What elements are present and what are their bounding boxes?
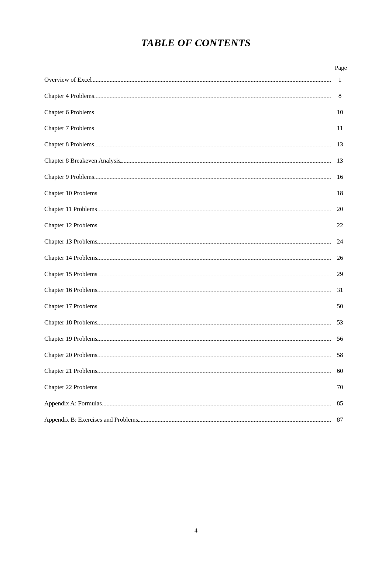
toc-leader-dots: [97, 384, 331, 389]
toc-entry-label: Overview of Excel: [44, 75, 92, 84]
toc-entry: Chapter 18 Problems53: [44, 318, 348, 327]
toc-entry-page: 8: [332, 92, 348, 101]
toc-leader-dots: [94, 108, 331, 114]
toc-entry-page: 10: [332, 108, 348, 117]
toc-entry: Chapter 21 Problems60: [44, 367, 348, 375]
toc-leader-dots: [97, 351, 331, 357]
toc-entry-page: 16: [332, 173, 348, 181]
toc-entry-page: 20: [332, 205, 348, 214]
toc-entry-page: 60: [332, 367, 348, 375]
toc-entry-label: Chapter 14 Problems: [44, 254, 97, 262]
toc-entry-page: 56: [332, 334, 348, 343]
toc-entry-label: Chapter 12 Problems: [44, 221, 97, 230]
toc-entry-label: Chapter 22 Problems: [44, 383, 97, 392]
toc-leader-dots: [94, 141, 331, 146]
toc-entry-page: 58: [332, 351, 348, 360]
toc-entry-page: 70: [332, 383, 348, 392]
toc-leader-dots: [97, 222, 331, 227]
toc-leader-dots: [97, 367, 331, 373]
toc-entry-label: Chapter 4 Problems: [44, 92, 94, 101]
toc-entry-label: Chapter 18 Problems: [44, 318, 97, 327]
toc-leader-dots: [97, 303, 331, 308]
toc-entry: Overview of Excel1: [44, 75, 348, 84]
toc-entry-label: Appendix A: Formulas: [44, 399, 102, 408]
toc-entry-label: Chapter 15 Problems: [44, 270, 97, 279]
document-page: TABLE OF CONTENTS Page Overview of Excel…: [0, 0, 392, 454]
toc-entry-page: 31: [332, 286, 348, 295]
toc-entry-label: Chapter 8 Problems: [44, 140, 94, 149]
toc-entry-label: Chapter 8 Breakeven Analysis: [44, 156, 120, 165]
toc-entry-page: 87: [332, 415, 348, 424]
toc-entry: Appendix B: Exercises and Problems87: [44, 415, 348, 424]
toc-entry: Chapter 17 Problems50: [44, 302, 348, 311]
toc-entry: Chapter 11 Problems20: [44, 205, 348, 214]
toc-entry: Chapter 6 Problems10: [44, 108, 348, 117]
toc-entry: Chapter 14 Problems26: [44, 254, 348, 262]
toc-list: Overview of Excel1Chapter 4 Problems8Cha…: [44, 75, 348, 424]
toc-entry-label: Chapter 17 Problems: [44, 302, 97, 311]
toc-entry: Chapter 4 Problems8: [44, 92, 348, 101]
toc-entry: Chapter 7 Problems11: [44, 124, 348, 133]
toc-entry: Chapter 8 Problems13: [44, 140, 348, 149]
toc-entry: Chapter 12 Problems22: [44, 221, 348, 230]
toc-entry-label: Chapter 6 Problems: [44, 108, 94, 117]
toc-entry: Chapter 19 Problems56: [44, 334, 348, 343]
toc-entry-label: Chapter 10 Problems: [44, 189, 97, 198]
page-title: TABLE OF CONTENTS: [44, 37, 348, 49]
footer-page-number: 4: [0, 527, 392, 534]
toc-leader-dots: [97, 238, 331, 244]
toc-entry-label: Chapter 9 Problems: [44, 173, 94, 181]
toc-entry-page: 13: [332, 156, 348, 165]
toc-entry-label: Appendix B: Exercises and Problems: [44, 415, 138, 424]
toc-entry-page: 11: [332, 124, 348, 133]
toc-entry-page: 24: [332, 237, 348, 246]
toc-entry-page: 1: [332, 75, 348, 84]
toc-leader-dots: [97, 205, 331, 211]
toc-entry-page: 53: [332, 318, 348, 327]
toc-entry: Chapter 22 Problems70: [44, 383, 348, 392]
toc-entry-page: 26: [332, 254, 348, 262]
toc-entry-page: 50: [332, 302, 348, 311]
toc-leader-dots: [94, 173, 331, 178]
toc-entry-label: Chapter 7 Problems: [44, 124, 94, 133]
toc-entry-page: 85: [332, 399, 348, 408]
toc-leader-dots: [120, 157, 331, 163]
toc-entry: Chapter 15 Problems29: [44, 270, 348, 279]
toc-entry: Chapter 16 Problems31: [44, 286, 348, 295]
toc-entry: Chapter 10 Problems18: [44, 189, 348, 198]
toc-leader-dots: [97, 335, 331, 340]
toc-entry-label: Chapter 21 Problems: [44, 367, 97, 375]
toc-entry-label: Chapter 20 Problems: [44, 351, 97, 360]
toc-entry-page: 22: [332, 221, 348, 230]
toc-entry: Chapter 13 Problems24: [44, 237, 348, 246]
toc-leader-dots: [92, 76, 331, 82]
toc-entry-label: Chapter 19 Problems: [44, 334, 97, 343]
toc-leader-dots: [97, 189, 331, 195]
toc-entry: Appendix A: Formulas85: [44, 399, 348, 408]
toc-leader-dots: [97, 254, 331, 259]
page-column-header: Page: [44, 64, 348, 72]
toc-entry-label: Chapter 11 Problems: [44, 205, 97, 214]
toc-entry: Chapter 20 Problems58: [44, 351, 348, 360]
toc-entry-page: 29: [332, 270, 348, 279]
toc-entry-label: Chapter 13 Problems: [44, 237, 97, 246]
toc-leader-dots: [97, 286, 331, 292]
toc-leader-dots: [97, 270, 331, 276]
toc-entry-label: Chapter 16 Problems: [44, 286, 97, 295]
toc-leader-dots: [138, 416, 331, 421]
toc-entry: Chapter 8 Breakeven Analysis13: [44, 156, 348, 165]
toc-leader-dots: [94, 92, 331, 98]
toc-entry-page: 13: [332, 140, 348, 149]
toc-leader-dots: [94, 125, 331, 130]
toc-leader-dots: [102, 400, 331, 405]
toc-entry: Chapter 9 Problems16: [44, 173, 348, 181]
toc-leader-dots: [97, 319, 331, 324]
toc-entry-page: 18: [332, 189, 348, 198]
